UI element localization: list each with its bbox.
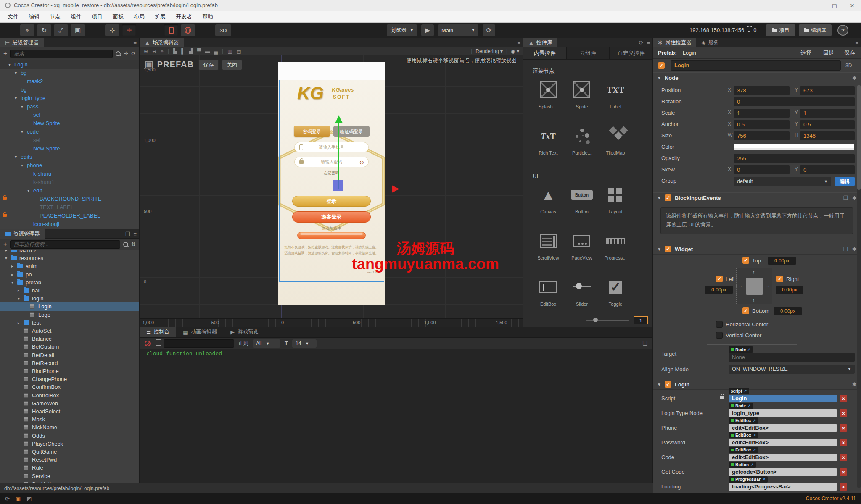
library-item[interactable]: Splash ...	[531, 80, 565, 112]
component-enabled-checkbox[interactable]: ✓	[665, 246, 671, 252]
widget-section-header[interactable]: ▼ ✓ Widget ❐ ✱	[653, 244, 861, 255]
console-tab[interactable]: ▶游戏预览	[224, 327, 265, 337]
asset-item[interactable]: AutoSet	[0, 327, 139, 335]
asset-item[interactable]: Login	[0, 302, 139, 311]
asset-item[interactable]: ▸hall	[0, 286, 139, 295]
clear-console-icon[interactable]	[145, 341, 151, 346]
menu-item[interactable]: 节点	[45, 11, 66, 23]
hierarchy-node[interactable]: ▾ edits	[0, 153, 139, 161]
position-x-field[interactable]: 378	[734, 86, 790, 95]
align-hcenter-icon[interactable]: ▌	[181, 48, 185, 54]
asset-item[interactable]: SysNotice	[0, 480, 139, 483]
library-tab[interactable]: 内置控件	[523, 47, 567, 59]
library-item[interactable]: ▲Canvas	[531, 185, 565, 217]
panel-menu-icon[interactable]: ≡	[133, 231, 137, 237]
move-tool-button[interactable]: ⌖	[20, 24, 34, 36]
hierarchy-node[interactable]: sel	[0, 111, 139, 119]
widget-top-checkbox[interactable]: ✓	[742, 257, 749, 264]
anchor-x-field[interactable]: 0.5	[734, 120, 790, 129]
component-enabled-checkbox[interactable]: ✓	[665, 381, 671, 388]
console-tab[interactable]: ▦动画编辑器	[176, 327, 224, 337]
tab-hierarchy[interactable]: ⊢ 层级管理器	[0, 38, 44, 47]
remove-ref-button[interactable]: ✕	[840, 439, 847, 446]
hierarchy-search-input[interactable]	[10, 50, 113, 58]
hierarchy-node[interactable]: icon-shouji	[0, 220, 139, 228]
refresh-icon[interactable]: ⟳	[131, 50, 136, 57]
tab-assets[interactable]: 资源管理器	[0, 229, 45, 239]
tab-inspector[interactable]: ✱ 属性检查器	[653, 38, 696, 47]
add-asset-button[interactable]: +	[3, 241, 7, 248]
target-field[interactable]: None	[729, 353, 855, 362]
asset-item[interactable]: Rule	[0, 464, 139, 472]
widget-right-field[interactable]: 0.00px	[776, 286, 803, 294]
align-right-icon[interactable]: ▟	[189, 48, 193, 54]
distribute-v-icon[interactable]: ▤	[237, 48, 241, 54]
hierarchy-node[interactable]: k-shuru1	[0, 178, 139, 186]
menu-item[interactable]: 项目	[87, 11, 108, 23]
copy-log-icon[interactable]	[155, 341, 159, 346]
remove-ref-button[interactable]: ✕	[840, 483, 847, 491]
asset-item[interactable]: ▸test	[0, 319, 139, 327]
gizmo-x-axis[interactable]	[343, 189, 392, 189]
library-zoom-value[interactable]: 1	[634, 316, 648, 324]
minimize-button[interactable]: —	[808, 0, 826, 11]
hierarchy-node[interactable]: BACKGROUND_SPRITE	[0, 195, 139, 203]
component-enabled-checkbox[interactable]: ✓	[665, 194, 671, 201]
position-y-field[interactable]: 673	[800, 86, 855, 95]
hierarchy-node[interactable]: ▾ bg	[0, 69, 139, 77]
expand-arrow-icon[interactable]: ▾	[5, 254, 7, 262]
close-button[interactable]: ✕	[843, 0, 861, 11]
asset-item[interactable]: Service	[0, 472, 139, 480]
library-item[interactable]: ButtonButton	[565, 185, 599, 217]
asset-item[interactable]: NickName	[0, 423, 139, 432]
remove-ref-button[interactable]: ✕	[840, 395, 847, 402]
ref-field[interactable]: login_type	[729, 410, 837, 417]
hierarchy-node[interactable]: TEXT_LABEL	[0, 203, 139, 212]
library-item[interactable]: TXTLabel	[599, 80, 632, 112]
library-item[interactable]: PageView	[565, 231, 599, 263]
library-item[interactable]: TiledMap	[599, 126, 632, 158]
asset-item[interactable]: Balance	[0, 335, 139, 343]
sort-icon[interactable]: ⇅	[131, 241, 136, 247]
expand-arrow-icon[interactable]: ▾	[11, 278, 13, 287]
expand-arrow-icon[interactable]: ▸	[11, 262, 13, 270]
asset-item[interactable]: ResetPwd	[0, 456, 139, 464]
camera-icon[interactable]: ◉ ▾	[511, 48, 519, 54]
expand-arrow-icon[interactable]: ▾	[27, 186, 29, 195]
tab-library[interactable]: ▲ 控件库	[523, 38, 557, 47]
group-select[interactable]: default▼	[734, 177, 831, 186]
hierarchy-node[interactable]: ▾ pass	[0, 102, 139, 111]
prefab-revert-button[interactable]: 回退	[823, 49, 834, 57]
skew-y-field[interactable]: 0	[800, 165, 855, 174]
font-size-select[interactable]: 14▼	[292, 339, 317, 348]
widget-left-field[interactable]: 0.00px	[705, 286, 733, 294]
mode-3d-button[interactable]: 3D	[215, 24, 231, 36]
asset-item[interactable]: HeadSelect	[0, 407, 139, 416]
align-top-icon[interactable]: ▀	[197, 48, 201, 54]
expand-arrow-icon[interactable]: ▾	[15, 94, 17, 102]
widget-top-field[interactable]: 0.00px	[768, 257, 796, 265]
widget-left-checkbox[interactable]: ✓	[716, 276, 723, 282]
asset-item[interactable]: BindPhone	[0, 367, 139, 375]
skew-x-field[interactable]: 0	[734, 165, 790, 174]
export-log-icon[interactable]: ❏	[642, 340, 647, 346]
library-item[interactable]: TxTRich Text	[531, 126, 565, 158]
align-bottom-icon[interactable]: ▄	[214, 48, 218, 54]
gizmo-y-arrowhead[interactable]	[335, 116, 343, 123]
menu-item[interactable]: 扩展	[150, 11, 171, 23]
asset-item[interactable]: BetDetail	[0, 351, 139, 360]
log-level-select[interactable]: All▼	[253, 339, 280, 348]
menu-item[interactable]: 布局	[129, 11, 150, 23]
gizmo-x-arrowhead[interactable]	[392, 185, 399, 193]
device-view-button[interactable]	[164, 24, 178, 36]
menu-item[interactable]: 编辑	[24, 11, 45, 23]
console-tab[interactable]: ≣控制台	[140, 327, 176, 337]
block-input-events-header[interactable]: ▼ ✓ BlockInputEvents ❐ ✱	[653, 192, 861, 203]
asset-item[interactable]: ▸pb	[0, 270, 139, 279]
prefab-save-button[interactable]: 保存	[844, 49, 855, 57]
gizmo-center-handle[interactable]	[333, 180, 343, 191]
align-vcenter-icon[interactable]: ▬	[205, 48, 210, 54]
widget-vcenter-checkbox[interactable]: ✓	[716, 332, 723, 339]
hierarchy-node[interactable]: PLACEHOLDER_LABEL	[0, 212, 139, 220]
rendering-select[interactable]: Rendering ▾	[475, 48, 503, 54]
